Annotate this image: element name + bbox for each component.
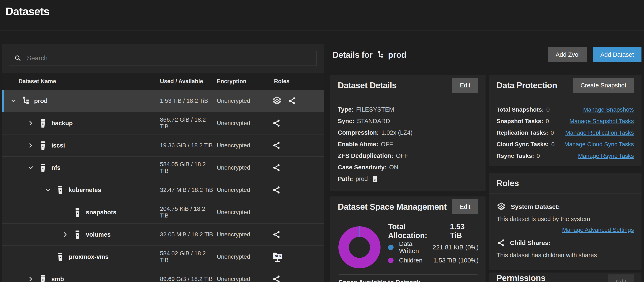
encryption-state: Unencrypted [215, 164, 266, 171]
column-header-roles: Roles [266, 78, 324, 85]
share-icon [288, 96, 296, 105]
column-header-used-available: Used / Available [158, 78, 215, 85]
data-written-dot [388, 245, 394, 250]
search-section [2, 44, 324, 73]
detail-field-dedup: ZFS Deduplication:OFF [338, 150, 478, 162]
permissions-card: Permissions Edit [489, 273, 642, 282]
svg-text:NFS: NFS [275, 254, 281, 258]
create-snapshot-button[interactable]: Create Snapshot [573, 78, 634, 93]
dataset-icon [55, 251, 65, 262]
encryption-state: Unencrypted [215, 98, 266, 104]
protection-row-snapshot-tasks: Snapshot Tasks:0 Manage Snapshot Tasks [496, 115, 634, 127]
chevron-down-icon[interactable] [44, 186, 52, 194]
manage-cloud-sync-tasks-link[interactable]: Manage Cloud Sync Tasks [564, 141, 634, 148]
total-allocation: Total Allocation: 1.53 TiB [388, 224, 478, 238]
chevron-right-icon[interactable] [26, 141, 35, 150]
used-available: 19.36 GiB / 18.2 TiB [158, 142, 215, 149]
chevron-right-icon[interactable] [26, 119, 35, 127]
table-row-proxmox-vms[interactable]: proxmox-vms 584.02 GiB / 18.2 TiB Unencr… [2, 246, 324, 268]
used-available: 32.05 MiB / 18.2 TiB [158, 231, 215, 238]
detail-field-atime: Enable Atime:OFF [338, 139, 478, 150]
table-row-smb[interactable]: smb 89.69 GiB / 18.2 TiB Unencrypted [2, 268, 324, 282]
chevron-right-icon[interactable] [26, 275, 35, 282]
card-title: Dataset Space Management [338, 202, 446, 212]
details-dataset-name: prod [388, 50, 406, 60]
share-icon [272, 141, 281, 150]
allocation-donut [338, 226, 380, 268]
card-title: Dataset Details [338, 81, 396, 90]
protection-row-total-snapshots: Total Snapshots:0 Manage Snapshots [496, 104, 634, 115]
table-row-snapshots[interactable]: snapshots 204.75 KiB / 18.2 TiB Unencryp… [2, 201, 324, 224]
column-header-dataset-name: Dataset Name [2, 78, 158, 85]
edit-space-button[interactable]: Edit [452, 199, 478, 214]
dataset-name: kubernetes [68, 187, 101, 194]
dataset-name: proxmox-vms [68, 253, 108, 260]
detail-field-case-sensitivity: Case Sensitivity:ON [338, 162, 478, 173]
divider [339, 275, 478, 275]
share-icon [272, 163, 281, 172]
dataset-icon [38, 140, 48, 151]
root-dataset-icon [376, 51, 384, 59]
card-title: Roles [496, 179, 519, 188]
root-dataset-icon [20, 95, 31, 106]
search-icon [14, 55, 22, 62]
protection-row-rsync-tasks: Rsync Tasks:0 Manage Rsync Tasks [496, 150, 634, 162]
manage-advanced-settings-link[interactable]: Manage Advanced Settings [562, 227, 634, 233]
add-zvol-button[interactable]: Add Zvol [548, 47, 587, 62]
search-input[interactable] [26, 54, 311, 62]
roles-card: Roles System Dataset: This dataset is us… [489, 173, 642, 270]
manage-snapshot-tasks-link[interactable]: Manage Snapshot Tasks [570, 118, 634, 125]
share-icon [272, 186, 281, 194]
copy-path-icon[interactable] [372, 175, 378, 183]
table-row-nfs[interactable]: nfs 584.05 GiB / 18.2 TiB Unencrypted [2, 157, 324, 179]
space-available-label: Space Available to Dataset: [339, 279, 421, 282]
edit-dataset-details-button[interactable]: Edit [452, 78, 478, 93]
chevron-down-icon[interactable] [9, 97, 18, 105]
dataset-icon [72, 229, 82, 240]
child-shares-description: This dataset has children with shares [496, 250, 634, 260]
details-actions: Add Zvol Add Dataset [548, 47, 642, 62]
protection-row-cloud-sync-tasks: Cloud Sync Tasks:0 Manage Cloud Sync Tas… [496, 139, 634, 150]
dataset-name: snapshots [86, 209, 116, 216]
chevron-down-icon[interactable] [26, 163, 35, 172]
search-box[interactable] [9, 51, 317, 66]
dataset-name: backup [51, 120, 73, 127]
encryption-state: Unencrypted [215, 276, 266, 282]
manage-rsync-tasks-link[interactable]: Manage Rsync Tasks [578, 152, 634, 159]
share-icon [496, 239, 505, 247]
nfs-share-icon: NFS [272, 251, 283, 263]
dataset-name: nfs [51, 164, 60, 171]
card-title: Data Protection [496, 81, 557, 90]
legend-data-written: Data Written 221.81 KiB (0%) [388, 241, 478, 254]
table-row-volumes[interactable]: volumes 32.05 MiB / 18.2 TiB Unencrypted [2, 224, 324, 246]
used-available: 1.53 TiB / 18.2 TiB [158, 98, 215, 104]
encryption-state: Unencrypted [215, 142, 266, 149]
manage-snapshots-link[interactable]: Manage Snapshots [583, 106, 634, 113]
system-dataset-role: System Dataset: [496, 201, 634, 213]
data-protection-card: Data Protection Create Snapshot Total Sn… [489, 75, 642, 166]
children-dot [388, 258, 394, 263]
dataset-name: iscsi [51, 142, 65, 149]
chevron-right-icon[interactable] [61, 230, 70, 239]
dataset-details-card: Dataset Details Edit Type:FILESYSTEM Syn… [330, 75, 486, 191]
legend-children: Children 1.53 TiB (100%) [388, 254, 478, 267]
edit-permissions-button[interactable]: Edit [608, 275, 634, 282]
table-row-iscsi[interactable]: iscsi 19.36 GiB / 18.2 TiB Unencrypted [2, 135, 324, 157]
datasets-page: Datasets Dataset Name Used / Available E… [0, 0, 644, 282]
card-title: Permissions [496, 273, 545, 282]
dataset-name: volumes [86, 231, 111, 238]
table-row-prod[interactable]: prod 1.53 TiB / 18.2 TiB Unencrypted [2, 90, 324, 112]
encryption-state: Unencrypted [215, 231, 266, 238]
dataset-icon [38, 162, 48, 173]
table-row-backup[interactable]: backup 866.72 GiB / 18.2 TiB Unencrypted [2, 112, 324, 135]
detail-field-sync: Sync:STANDARD [338, 115, 478, 127]
detail-field-path: Path: prod [338, 173, 478, 185]
table-row-kubernetes[interactable]: kubernetes 32.47 MiB / 18.2 TiB Unencryp… [2, 179, 324, 201]
add-dataset-button[interactable]: Add Dataset [593, 47, 642, 62]
manage-replication-tasks-link[interactable]: Manage Replication Tasks [565, 130, 634, 136]
used-available: 584.02 GiB / 18.2 TiB [158, 250, 215, 264]
used-available: 32.47 MiB / 18.2 TiB [158, 187, 215, 193]
system-dataset-description: This dataset is used by the system [496, 214, 634, 224]
dataset-icon [38, 118, 48, 129]
dataset-name: prod [34, 98, 48, 104]
